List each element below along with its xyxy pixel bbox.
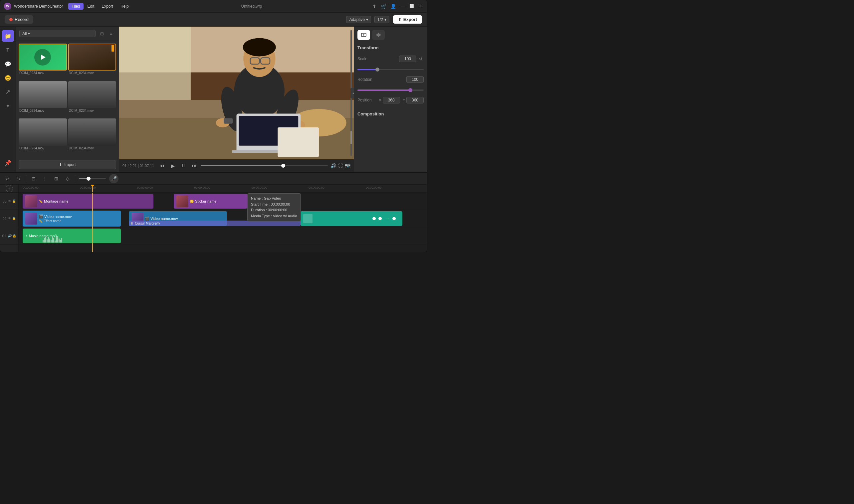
pause-btn[interactable]: ⏸ [179,162,188,170]
montage-icon: ✏️ [39,200,42,203]
scale-slider[interactable] [357,69,424,70]
mic-button[interactable]: 🎤 [109,174,119,183]
undo-btn[interactable]: ↩ [3,174,12,183]
title-bar: W Wondershare DemoCreator Files Edit Exp… [0,0,427,13]
crop-btn[interactable]: ⊡ [29,174,38,183]
scale-input[interactable] [399,56,416,62]
video-properties-tab[interactable] [357,30,370,40]
tracks-container: ✏️ Montage name 😊 Sticker name Name : Ga… [19,193,427,252]
ratio-dropdown[interactable]: 1/2 ▾ [374,16,389,23]
grid-view-btn[interactable]: ⊞ [97,29,106,38]
zoom-track[interactable] [79,178,106,179]
media-filename: DCIM_0234.mov [68,146,117,150]
y-input[interactable] [406,97,424,104]
window-title: Untitled.wfp [135,4,369,8]
media-item[interactable]: DCIM_0234.mov [19,81,67,118]
adaptive-chevron: ▾ [366,17,368,22]
media-item[interactable]: DCIM_0234.mov [19,43,67,80]
skip-forward-btn[interactable]: ⏭ [190,162,198,170]
scale-slider-handle[interactable] [375,68,379,72]
cart-icon[interactable]: 🛒 [380,3,387,10]
media-panel-header: All ▾ ⊞ ≡ [16,26,119,41]
progress-handle[interactable] [281,164,285,168]
sidebar-emoji-icon[interactable]: 😊 [2,72,14,84]
adaptive-dropdown[interactable]: Adaptive ▾ [346,16,371,23]
play-btn[interactable]: ▶ [169,162,177,170]
lock-icon[interactable]: 🔒 [12,199,16,203]
screenshot-btn[interactable]: 📷 [345,163,351,168]
trim-btn[interactable]: ⊞ [52,174,61,183]
close-btn[interactable]: ✕ [418,4,423,9]
rotation-input[interactable] [406,76,424,83]
playhead[interactable] [92,185,93,192]
audio-properties-tab[interactable] [372,30,385,40]
media-item[interactable]: DCIM_0234.mov [68,43,117,80]
sidebar-folder-icon[interactable]: 📁 [2,30,14,42]
skip-back-btn[interactable]: ⏮ [158,162,166,170]
media-filter-dropdown[interactable]: All ▾ [19,30,95,37]
position-label: Position [357,98,372,103]
maximize-btn[interactable]: ⬜ [409,4,414,9]
music-clip[interactable]: ♪ Music name.mp3 // Inline waveform - wi… [23,229,121,243]
menu-export[interactable]: Export [98,3,117,10]
media-item[interactable]: DCIM_0234.mov [68,81,117,118]
export-button[interactable]: ⬆ Export [393,15,422,24]
main-content: 📁 T 💬 😊 ↗ ✦ 📌 All ▾ ⊞ ≡ [0,26,427,172]
video-clip-1[interactable]: 🎬 Video name.mov ✏️ Effect name [23,211,121,227]
x-input[interactable] [383,97,400,104]
export-up-icon: ⬆ [398,17,402,22]
lock-icon[interactable]: 🔒 [12,234,16,237]
scale-reset-btn[interactable]: ↺ [418,56,424,62]
lock-icon[interactable]: 🔒 [12,217,16,220]
collapse-panel-btn[interactable]: ◀ [351,88,354,98]
save-icon[interactable]: ⬆ [371,3,378,10]
zoom-handle[interactable] [87,177,90,181]
rotation-slider[interactable] [357,89,424,91]
menu-files[interactable]: Files [68,3,83,10]
menu-edit[interactable]: Edit [84,3,98,10]
import-icon: ⬆ [59,162,62,167]
tooltip-media: Media Type : Video w/ Audio [251,213,297,219]
redo-btn[interactable]: ↪ [14,174,23,183]
app-name: Wondershare DemoCreator [14,4,63,8]
sidebar-pin-icon[interactable]: 📌 [2,157,14,169]
list-view-btn[interactable]: ≡ [107,29,115,38]
media-item[interactable]: DCIM_0234.mov [68,119,117,155]
sidebar-text-icon[interactable]: T [2,44,14,56]
minimize-btn[interactable]: — [401,4,406,9]
montage-clip[interactable]: ✏️ Montage name [23,194,154,209]
record-button[interactable]: Record [5,15,33,24]
y-label: Y [403,98,405,102]
scale-label: Scale [357,57,368,61]
track-label-03: 03 👁 🔒 [0,193,18,210]
import-button[interactable]: ⬆ Import [19,160,116,169]
adaptive-label: Adaptive [349,17,365,22]
tooltip-duration: Duration : 00:00:00:00 [251,207,297,213]
video-preview: ◀ [119,26,354,159]
volume-icon[interactable]: 🔊 [331,163,336,168]
eye-icon[interactable]: 👁 [8,217,11,220]
sticker-clip[interactable]: 😊 Sticker name [174,194,247,209]
add-track-btn[interactable]: + [6,185,13,192]
sidebar-effects-icon[interactable]: ✦ [2,100,14,112]
title-bar-right: ⬆ 🛒 👤 — ⬜ ✕ [371,3,423,10]
fullscreen-btn[interactable]: ⛶ [338,163,343,168]
volume-icon[interactable]: 🔊 [8,234,12,237]
sidebar-speech-icon[interactable]: 💬 [2,58,14,70]
menu-help[interactable]: Help [117,3,132,10]
cursor-clip[interactable]: ⏸ Cursur Margrerty [129,220,300,226]
filter-chevron: ▾ [28,31,30,36]
eye-icon[interactable]: 👁 [8,199,11,203]
video-clip-3[interactable]: → [301,211,403,226]
rotation-slider-handle[interactable] [408,88,412,92]
keyframe-btn[interactable]: ◇ [63,174,72,183]
split-btn[interactable]: ⋮ [40,174,50,183]
track-num: 02 [2,217,6,220]
media-item[interactable]: DCIM_0234.mov [19,119,67,155]
sidebar-cursor-icon[interactable]: ↗ [2,86,14,98]
progress-bar[interactable] [201,165,328,166]
user-icon[interactable]: 👤 [390,3,396,10]
rotation-slider-fill [357,89,410,91]
effect-icon: ✏️ [39,219,42,223]
effect-label: ✏️ Effect name [39,219,72,223]
